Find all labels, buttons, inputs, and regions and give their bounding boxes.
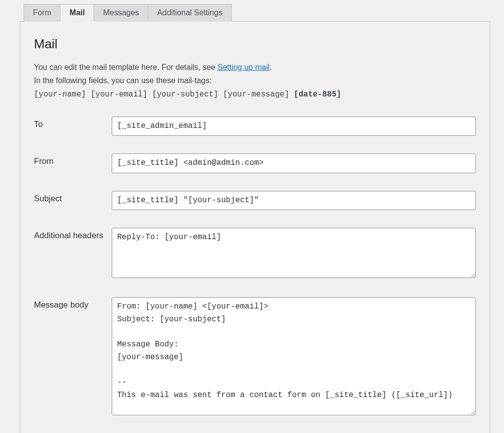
to-label: To	[34, 117, 112, 129]
intro-text-prefix: You can edit the mail template here. For…	[34, 63, 218, 71]
subject-label: Subject	[34, 191, 112, 204]
from-input[interactable]	[112, 154, 476, 173]
from-label: From	[34, 154, 112, 166]
subject-input[interactable]	[112, 191, 476, 211]
mail-tags: [your-name] [your-email] [your-subject] …	[34, 90, 294, 99]
message-body-label: Message body	[34, 297, 112, 310]
tab-form[interactable]: Form	[24, 4, 61, 22]
message-body-textarea[interactable]	[112, 297, 476, 415]
tab-bar: Form Mail Messages Additional Settings	[24, 4, 494, 22]
tab-mail[interactable]: Mail	[61, 4, 94, 22]
section-title: Mail	[34, 36, 476, 52]
additional-headers-label: Additional headers	[34, 228, 112, 241]
intro-text-suffix: .	[270, 63, 272, 71]
mail-tags-intro: In the following fields, you can use the…	[34, 74, 476, 87]
mail-panel: Mail You can edit the mail template here…	[20, 21, 490, 433]
tab-additional-settings[interactable]: Additional Settings	[148, 4, 232, 22]
mail-tag-bold: [date-885]	[294, 90, 341, 99]
additional-headers-textarea[interactable]	[112, 228, 476, 278]
section-intro: You can edit the mail template here. For…	[34, 61, 476, 102]
setting-up-mail-link[interactable]: Setting up mail	[218, 63, 270, 71]
tab-messages[interactable]: Messages	[94, 4, 148, 22]
to-input[interactable]	[112, 117, 476, 136]
